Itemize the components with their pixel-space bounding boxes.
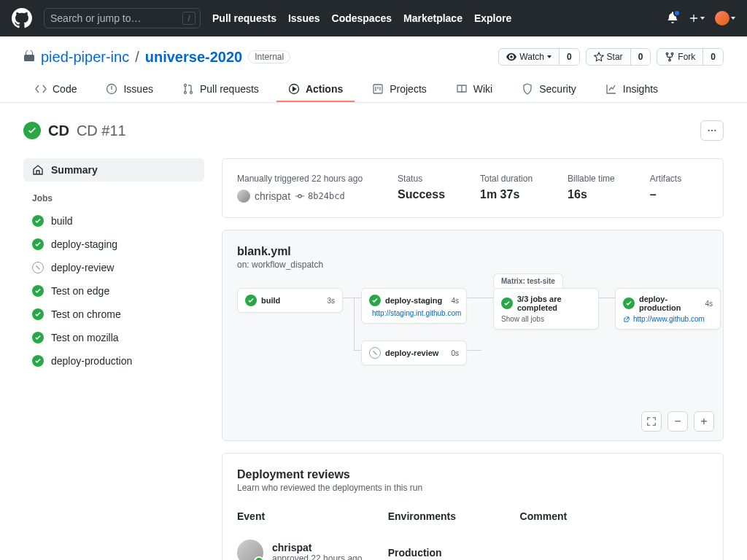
graph-node-deploy-review[interactable]: deploy-review0s (361, 341, 467, 365)
sidebar-summary-label: Summary (51, 164, 98, 176)
tab-actions[interactable]: Actions (276, 77, 355, 102)
tab-security[interactable]: Security (510, 77, 588, 102)
svg-point-2 (669, 59, 671, 61)
graph-node-deploy-staging[interactable]: deploy-staging4s http://staging.int.gith… (361, 288, 467, 324)
workflow-graph: blank.yml on: workflow_dispatch build3s (222, 230, 724, 441)
success-icon (32, 215, 44, 227)
success-icon (32, 308, 44, 320)
repo-owner-link[interactable]: pied-piper-inc (41, 49, 129, 66)
matrix-label: Matrix: test-site (493, 273, 563, 288)
sidebar-job-Test on mozilla[interactable]: Test on mozilla (23, 326, 204, 349)
status-value: Success (398, 188, 445, 201)
duration-value: 1m 37s (480, 188, 533, 201)
sidebar-job-deploy-production[interactable]: deploy-production (23, 349, 204, 373)
success-icon (32, 285, 44, 297)
nav-explore[interactable]: Explore (474, 12, 511, 24)
deployment-reviews: Deployment reviews Learn who reviewed th… (222, 453, 724, 560)
job-name: build (51, 215, 73, 227)
fullscreen-button[interactable] (641, 411, 662, 432)
workflow-subtitle: CD #11 (77, 122, 126, 139)
notification-dot (673, 9, 681, 17)
sidebar-job-deploy-review[interactable]: deploy-review (23, 256, 204, 279)
sidebar-job-Test on chrome[interactable]: Test on chrome (23, 303, 204, 326)
notifications-icon[interactable] (667, 12, 678, 26)
github-logo[interactable] (12, 8, 32, 28)
status-success-icon (23, 122, 41, 139)
summary-box: Manually triggered 22 hours ago chrispat… (222, 158, 724, 218)
review-action: approved 22 hours ago (272, 553, 362, 560)
trigger-text: Manually triggered 22 hours ago (237, 174, 363, 184)
col-event: Event (237, 510, 388, 522)
sidebar-job-Test on edge[interactable]: Test on edge (23, 279, 204, 303)
artifacts-value: – (650, 188, 681, 201)
nav-codespaces[interactable]: Codespaces (332, 12, 392, 24)
jobs-heading: Jobs (23, 182, 204, 209)
svg-point-4 (184, 85, 186, 87)
fork-button[interactable]: Fork 0 (657, 48, 724, 66)
user-avatar-icon (237, 190, 250, 203)
success-icon (32, 238, 44, 250)
svg-point-10 (711, 130, 713, 131)
watch-button[interactable]: Watch 0 (498, 48, 579, 66)
job-name: deploy-review (51, 262, 114, 273)
graph-node-build[interactable]: build3s (237, 288, 343, 313)
workflow-title: CD (48, 122, 69, 139)
billable-value: 16s (568, 188, 615, 201)
commit-sha[interactable]: 8b24bcd (295, 191, 345, 201)
user-menu[interactable] (715, 11, 735, 26)
workflow-trigger: on: workflow_dispatch (237, 260, 708, 270)
graph-node-matrix[interactable]: 3/3 jobs are completed Show all jobs (493, 288, 599, 330)
tab-pulls[interactable]: Pull requests (171, 77, 271, 102)
col-environments: Environments (388, 510, 520, 522)
svg-point-11 (714, 130, 716, 131)
skipped-icon (32, 262, 44, 273)
tab-wiki[interactable]: Wiki (444, 77, 504, 102)
trigger-user[interactable]: chrispat (255, 190, 290, 202)
svg-point-12 (298, 195, 301, 198)
tab-insights[interactable]: Insights (594, 77, 670, 102)
search-input[interactable]: Search or jump to… / (44, 8, 201, 28)
job-name: deploy-production (51, 355, 132, 367)
more-actions-button[interactable] (700, 120, 724, 141)
svg-point-6 (190, 92, 192, 94)
reviewer-avatar (237, 540, 263, 560)
star-button[interactable]: Star 0 (586, 48, 651, 66)
svg-point-1 (672, 52, 674, 55)
col-comment: Comment (520, 510, 708, 522)
sidebar-job-build[interactable]: build (23, 209, 204, 233)
nav-pulls[interactable]: Pull requests (212, 12, 276, 24)
tab-projects[interactable]: Projects (360, 77, 438, 102)
svg-point-0 (667, 52, 669, 55)
workflow-file: blank.yml (237, 245, 708, 258)
svg-point-9 (708, 130, 709, 131)
sidebar-job-deploy-staging[interactable]: deploy-staging (23, 233, 204, 256)
create-menu[interactable] (689, 13, 705, 23)
graph-node-deploy-production[interactable]: deploy-production4s http://www.github.co… (615, 288, 721, 330)
tab-issues[interactable]: Issues (94, 77, 164, 102)
sidebar-summary[interactable]: Summary (23, 158, 204, 182)
review-environment: Production (388, 547, 520, 559)
success-icon (32, 355, 44, 367)
zoom-out-button[interactable]: − (667, 411, 688, 432)
svg-point-5 (184, 92, 186, 94)
tab-code[interactable]: Code (23, 77, 88, 102)
search-placeholder: Search or jump to… (50, 12, 142, 24)
reviewer-name[interactable]: chrispat (272, 542, 362, 553)
repo-name-link[interactable]: universe-2020 (145, 49, 242, 66)
job-name: Test on chrome (51, 308, 121, 320)
nav-issues[interactable]: Issues (288, 12, 320, 24)
zoom-in-button[interactable]: + (694, 411, 714, 432)
job-name: Test on mozilla (51, 332, 119, 343)
job-name: deploy-staging (51, 238, 117, 250)
visibility-badge: Internal (248, 50, 290, 63)
review-row: chrispat approved 22 hours ago Productio… (237, 531, 708, 560)
job-name: Test on edge (51, 285, 109, 297)
slash-key-icon: / (182, 12, 196, 25)
success-icon (32, 332, 44, 343)
avatar (715, 11, 729, 26)
nav-marketplace[interactable]: Marketplace (403, 12, 462, 24)
lock-icon (23, 50, 35, 64)
